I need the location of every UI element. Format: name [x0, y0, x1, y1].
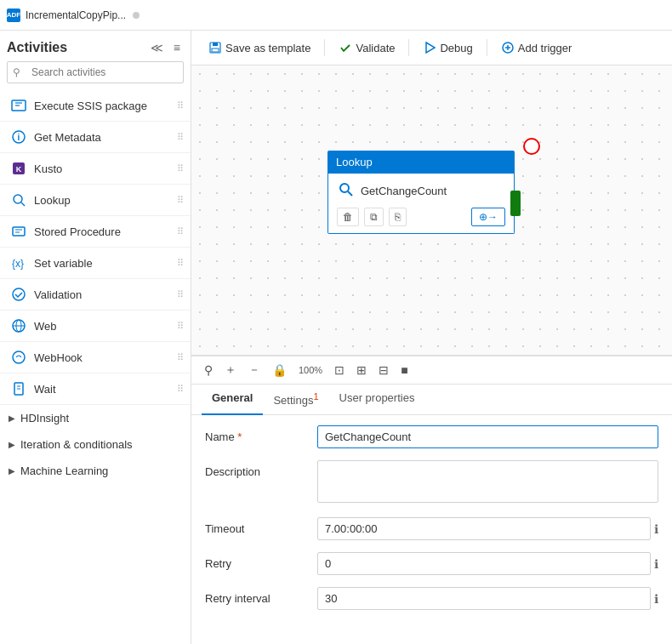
toolbar-sep-3	[487, 39, 487, 56]
tab-user-properties[interactable]: User properties	[329, 385, 425, 415]
svg-text:{x}: {x}	[12, 258, 24, 270]
fit-btn[interactable]: ⊡	[332, 361, 347, 379]
webhook-label: WebHook	[34, 351, 170, 364]
zoom-100-btn[interactable]: 100%	[296, 362, 325, 378]
layout-btn[interactable]: ⊟	[376, 361, 391, 379]
stored-procedure-drag[interactable]: ⠿	[177, 226, 184, 237]
retry-input[interactable]	[317, 552, 651, 575]
retry-info-icon[interactable]: ℹ	[654, 557, 658, 571]
validation-label: Validation	[34, 288, 170, 301]
grid-btn[interactable]: ⊞	[354, 361, 369, 379]
stored-procedure-label: Stored Procedure	[34, 225, 170, 238]
lookup-node[interactable]: Lookup GetChangeCount 🗑 ⧉ ⎘ ⊕→	[327, 151, 515, 234]
tab-settings[interactable]: Settings1	[263, 385, 328, 415]
node-copy-button[interactable]: ⎘	[389, 208, 407, 226]
lookup-drag[interactable]: ⠿	[177, 195, 184, 206]
category-hdinsight[interactable]: ▶ HDInsight	[0, 405, 191, 431]
zoom-search-btn[interactable]: ⚲	[202, 361, 215, 379]
activity-item-kusto[interactable]: K Kusto ⠿	[0, 153, 191, 185]
svg-rect-22	[213, 43, 218, 46]
lock-btn[interactable]: 🔒	[270, 361, 289, 379]
category-machine-learning[interactable]: ▶ Machine Learning	[0, 458, 191, 484]
ml-arrow: ▶	[9, 466, 15, 476]
search-icon: ⚲	[13, 66, 20, 78]
timeout-input[interactable]	[317, 517, 651, 540]
activity-item-web[interactable]: Web ⠿	[0, 311, 191, 342]
canvas-area[interactable]: Lookup GetChangeCount 🗑 ⧉ ⎘ ⊕→	[191, 66, 672, 355]
kusto-drag[interactable]: ⠿	[177, 163, 184, 174]
kusto-icon: K	[10, 160, 27, 177]
unsaved-dot	[133, 12, 140, 19]
svg-line-8	[21, 202, 25, 206]
execute-ssis-drag[interactable]: ⠿	[177, 100, 184, 111]
sidebar-controls: ≪ ≡	[147, 39, 184, 56]
name-input[interactable]	[317, 425, 658, 448]
svg-point-7	[14, 195, 22, 203]
node-success-arrow[interactable]: ⊕→	[471, 208, 505, 226]
node-body: GetChangeCount 🗑 ⧉ ⎘ ⊕→	[327, 174, 515, 234]
properties-form: Name * Description Timeout	[191, 415, 672, 644]
iteration-arrow: ▶	[9, 440, 15, 449]
web-drag[interactable]: ⠿	[177, 321, 184, 332]
activity-item-wait[interactable]: Wait ⠿	[0, 373, 191, 405]
node-delete-button[interactable]: 🗑	[337, 208, 359, 226]
retry-label: Retry	[205, 552, 307, 570]
activity-item-lookup[interactable]: Lookup ⠿	[0, 185, 191, 216]
debug-button[interactable]: Debug	[416, 37, 479, 58]
tab-general[interactable]: General	[202, 385, 263, 415]
retry-interval-with-info: ℹ	[317, 587, 658, 610]
description-input[interactable]	[317, 460, 658, 503]
webhook-icon	[10, 349, 27, 366]
activity-item-webhook[interactable]: WebHook ⠿	[0, 342, 191, 373]
node-header: Lookup	[327, 151, 515, 174]
title-bar: ADF IncrementalCopyPip...	[0, 0, 672, 31]
set-variable-label: Set variable	[34, 257, 170, 270]
add-trigger-button[interactable]: Add trigger	[494, 37, 579, 58]
get-metadata-label: Get Metadata	[34, 131, 170, 144]
zoom-add-btn[interactable]: ＋	[222, 360, 239, 380]
category-iteration[interactable]: ▶ Iteration & conditionals	[0, 431, 191, 458]
title-bar-text: IncrementalCopyPip...	[26, 9, 126, 21]
validation-icon	[10, 286, 27, 303]
retry-row: Retry ℹ	[205, 552, 658, 575]
app-icon: ADF	[7, 9, 20, 22]
activity-item-get-metadata[interactable]: i Get Metadata ⠿	[0, 122, 191, 153]
wait-drag[interactable]: ⠿	[177, 384, 184, 395]
save-template-button[interactable]: Save as template	[202, 37, 317, 58]
validation-drag[interactable]: ⠿	[177, 289, 184, 300]
get-metadata-icon: i	[10, 128, 27, 145]
retry-interval-input[interactable]	[317, 587, 651, 610]
collapse-button[interactable]: ≪	[147, 39, 167, 56]
retry-field: ℹ	[317, 552, 658, 575]
name-field	[317, 425, 658, 448]
lookup-label: Lookup	[34, 194, 170, 207]
search-input[interactable]	[7, 61, 184, 83]
retry-interval-info-icon[interactable]: ℹ	[654, 592, 658, 606]
hdinsight-label: HDInsight	[20, 412, 69, 425]
name-required: *	[237, 430, 242, 443]
web-icon	[10, 317, 27, 334]
node-clone-button[interactable]: ⧉	[364, 208, 384, 226]
activity-item-validation[interactable]: Validation ⠿	[0, 279, 191, 311]
lookup-icon	[10, 191, 27, 208]
zoom-minus-btn[interactable]: －	[246, 360, 263, 380]
stored-procedure-icon	[10, 223, 27, 240]
svg-point-13	[13, 288, 25, 300]
sidebar-title: Activities	[7, 40, 67, 55]
webhook-drag[interactable]: ⠿	[177, 352, 184, 363]
activity-item-execute-ssis[interactable]: Execute SSIS package ⠿	[0, 90, 191, 122]
activity-item-stored-procedure[interactable]: Stored Procedure ⠿	[0, 216, 191, 248]
svg-text:i: i	[18, 133, 20, 142]
timeout-row: Timeout ℹ	[205, 517, 658, 540]
property-tabs: General Settings1 User properties	[191, 385, 672, 415]
retry-interval-row: Retry interval ℹ	[205, 587, 658, 610]
get-metadata-drag[interactable]: ⠿	[177, 132, 184, 143]
dark-btn[interactable]: ■	[398, 361, 410, 379]
activity-item-set-variable[interactable]: {x} Set variable ⠿	[0, 248, 191, 279]
retry-with-info: ℹ	[317, 552, 658, 575]
name-row: Name *	[205, 425, 658, 448]
validate-button[interactable]: Validate	[332, 37, 401, 58]
set-variable-drag[interactable]: ⠿	[177, 258, 184, 269]
minimize-button[interactable]: ≡	[170, 39, 184, 56]
timeout-info-icon[interactable]: ℹ	[654, 522, 658, 536]
